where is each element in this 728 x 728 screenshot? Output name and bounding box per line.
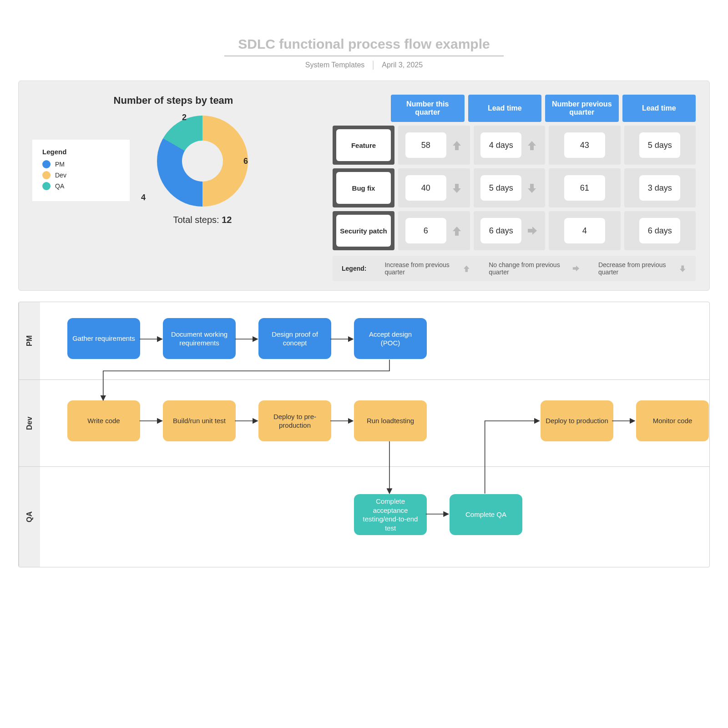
metrics-row: Security patch 6 6 days 4 6 days <box>333 211 696 250</box>
metrics-legend: Legend: Increase from previous quarter N… <box>333 256 696 281</box>
flow-node[interactable]: Complete QA <box>450 494 522 535</box>
metrics-cell: 6 <box>398 211 470 250</box>
metrics-header: Number this quarter <box>391 95 465 122</box>
donut-value-pm: 4 <box>141 193 146 202</box>
metrics-cell: 6 days <box>624 211 696 250</box>
metrics-cell: 6 days <box>474 211 546 250</box>
donut-section: Number of steps by team Legend PM Dev QA… <box>32 95 314 281</box>
metrics-value: 6 days <box>480 218 521 243</box>
lane-label: QA <box>19 467 40 567</box>
flow-node[interactable]: Document working requirements <box>163 318 236 359</box>
lane-label: Dev <box>19 380 40 466</box>
legend-label: PM <box>55 161 65 168</box>
subtitle-separator: │ <box>371 61 376 69</box>
arrow-up-icon <box>451 225 463 237</box>
arrow-up-icon <box>462 263 471 273</box>
metrics-rowlabel: Feature <box>336 129 391 161</box>
metrics-header: Lead time <box>622 95 696 122</box>
metrics-cell: 5 days <box>624 126 696 165</box>
metrics-value: 40 <box>405 175 446 201</box>
swimlane-diagram: PM Gather requirementsDocument working r… <box>18 302 710 567</box>
donut-total: Total steps: 12 <box>143 215 262 225</box>
metrics-cell: 3 days <box>624 168 696 207</box>
legend-title: Legend <box>42 148 120 156</box>
flow-node[interactable]: Complete acceptance testing/end-to-end t… <box>354 494 427 535</box>
arrow-right-icon <box>526 225 538 237</box>
legend-swatch <box>42 160 51 168</box>
arrow-down-icon <box>678 263 687 273</box>
donut-value-dev: 6 <box>243 157 248 166</box>
legend-item: Dev <box>42 171 120 179</box>
metrics-rowlabel-wrap: Feature <box>333 126 394 165</box>
metrics-value: 43 <box>564 132 605 158</box>
metrics-value: 3 days <box>639 175 680 201</box>
flow-node[interactable]: Gather requirements <box>67 318 140 359</box>
metrics-value: 6 days <box>639 218 680 243</box>
legend-label: QA <box>55 182 64 190</box>
arrow-right-icon <box>571 263 580 273</box>
arrow-up-icon <box>451 139 463 151</box>
metrics-value: 5 days <box>639 132 680 158</box>
metrics-cell: 61 <box>549 168 621 207</box>
lane-label: PM <box>19 302 40 379</box>
metrics-rowlabel: Bug fix <box>336 172 391 204</box>
legend-item: PM <box>42 160 120 168</box>
metrics-rowlabel-wrap: Security patch <box>333 211 394 250</box>
flow-node[interactable]: Monitor code <box>636 400 709 441</box>
donut-chart: 2 6 4 Total steps: 12 <box>143 116 262 225</box>
swimlane-qa: QA Complete acceptance testing/end-to-en… <box>19 466 709 567</box>
subtitle-date: April 3, 2025 <box>382 61 423 69</box>
donut-value-qa: 2 <box>182 113 187 122</box>
metrics-cell: 43 <box>549 126 621 165</box>
page-title: SDLC functional process flow example <box>224 36 503 56</box>
metrics-value: 5 days <box>480 175 521 201</box>
flow-node[interactable]: Build/run unit test <box>163 400 236 441</box>
metrics-legend-item: Decrease from previous quarter <box>598 261 687 276</box>
flow-node[interactable]: Design proof of concept <box>258 318 331 359</box>
metrics-legend-item: No change from previous quarter <box>489 261 580 276</box>
metrics-value: 6 <box>405 218 446 243</box>
metrics-value: 58 <box>405 132 446 158</box>
swimlane-dev: Dev Write codeBuild/run unit testDeploy … <box>19 379 709 466</box>
metrics-cell: 58 <box>398 126 470 165</box>
title-block: SDLC functional process flow example Sys… <box>18 36 710 69</box>
metrics-value: 61 <box>564 175 605 201</box>
metrics-legend-title: Legend: <box>342 265 366 272</box>
flow-node[interactable]: Run loadtesting <box>354 400 427 441</box>
metrics-cell: 40 <box>398 168 470 207</box>
metrics-value: 4 days <box>480 132 521 158</box>
arrow-down-icon <box>526 182 538 194</box>
metrics-cell: 4 days <box>474 126 546 165</box>
metrics-header: Lead time <box>468 95 542 122</box>
metrics-rowlabel: Security patch <box>336 215 391 247</box>
metrics-cell: 4 <box>549 211 621 250</box>
flow-node[interactable]: Deploy to production <box>541 400 613 441</box>
legend-label: Dev <box>55 172 66 179</box>
lane-body: Complete acceptance testing/end-to-end t… <box>40 467 709 567</box>
legend-swatch <box>42 182 51 190</box>
legend-item: QA <box>42 182 120 190</box>
arrow-down-icon <box>451 182 463 194</box>
metrics-header: Number previous quarter <box>545 95 619 122</box>
metrics-row: Feature 58 4 days 43 5 days <box>333 126 696 165</box>
donut-legend: Legend PM Dev QA <box>32 140 130 201</box>
metrics-legend-item: Increase from previous quarter <box>384 261 470 276</box>
donut-title: Number of steps by team <box>32 95 314 106</box>
swimlane-pm: PM Gather requirementsDocument working r… <box>19 302 709 379</box>
page-subtitle: System Templates │ April 3, 2025 <box>18 61 710 69</box>
metrics-value: 4 <box>564 218 605 243</box>
flow-node[interactable]: Write code <box>67 400 140 441</box>
legend-swatch <box>42 171 51 179</box>
flow-node[interactable]: Deploy to pre-production <box>258 400 331 441</box>
arrow-up-icon <box>526 139 538 151</box>
metrics-rowlabel-wrap: Bug fix <box>333 168 394 207</box>
metrics-table: Number this quarter Lead time Number pre… <box>333 95 696 281</box>
flow-node[interactable]: Accept design (POC) <box>354 318 427 359</box>
subtitle-author: System Templates <box>305 61 364 69</box>
metrics-cell: 5 days <box>474 168 546 207</box>
lane-body: Write codeBuild/run unit testDeploy to p… <box>40 380 709 480</box>
metrics-row: Bug fix 40 5 days 61 3 days <box>333 168 696 207</box>
dashboard-panel: Number of steps by team Legend PM Dev QA… <box>18 81 710 291</box>
